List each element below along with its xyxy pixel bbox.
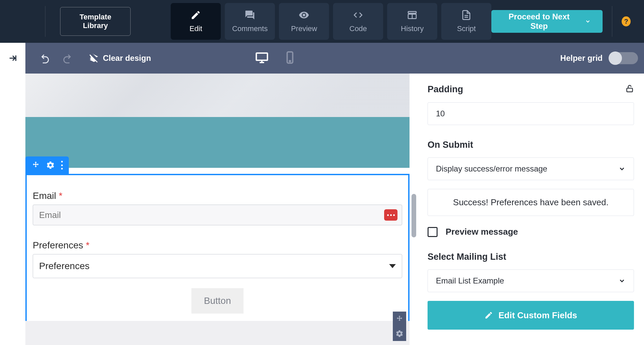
eye-icon — [299, 10, 309, 20]
tab-label: Edit — [189, 24, 202, 33]
tab-label: Code — [349, 24, 367, 33]
helper-grid-toggle: Helper grid — [560, 52, 644, 64]
on-submit-label: On Submit — [428, 140, 634, 150]
clear-design-button[interactable]: Clear design — [89, 53, 151, 63]
padding-label: Padding — [428, 84, 463, 95]
preview-message-label: Preview message — [446, 227, 518, 237]
padding-lock-button[interactable] — [625, 84, 634, 95]
layers-off-icon — [89, 53, 99, 63]
tab-label: History — [401, 24, 424, 33]
edit-custom-fields-label: Edit Custom Fields — [498, 310, 577, 321]
email-label-text: Email — [33, 191, 56, 201]
properties-sidebar: Padding On Submit Display success/error … — [418, 74, 644, 345]
helper-grid-switch[interactable] — [609, 52, 638, 64]
on-submit-select[interactable]: Display success/error message — [428, 157, 634, 180]
section-handles — [393, 312, 406, 341]
padding-input[interactable] — [428, 102, 634, 125]
clear-design-label: Clear design — [103, 53, 151, 63]
history-icon — [407, 10, 418, 20]
section-settings-handle[interactable] — [393, 326, 406, 341]
redo-icon — [61, 52, 73, 64]
email-field-label: Email* — [33, 191, 402, 201]
top-header: Template Library Edit Comments Preview C… — [0, 0, 644, 43]
move-handle[interactable] — [31, 161, 40, 169]
preferences-label-text: Preferences — [33, 240, 83, 250]
element-settings-button[interactable] — [46, 161, 55, 169]
header-divider-right — [612, 6, 612, 37]
pencil-icon — [190, 10, 201, 20]
on-submit-value: Display success/error message — [436, 164, 547, 174]
device-mobile-button[interactable] — [283, 51, 297, 66]
form-submit-button[interactable]: Button — [191, 288, 244, 314]
svg-rect-0 — [408, 11, 416, 13]
code-icon — [353, 10, 363, 20]
arrow-collapse-icon — [8, 53, 17, 63]
editor-toolbar: Clear design Helper grid — [0, 43, 644, 74]
help-button[interactable]: ? — [622, 16, 631, 26]
mailing-list-value: Email List Example — [436, 276, 504, 285]
undo-button[interactable] — [39, 52, 51, 64]
edit-custom-fields-button[interactable]: Edit Custom Fields — [428, 301, 634, 330]
pencil-icon — [484, 311, 493, 320]
lock-open-icon — [625, 84, 634, 94]
mailing-list-select[interactable]: Email List Example — [428, 269, 634, 292]
tab-comments[interactable]: Comments — [225, 3, 275, 40]
toolbar-history-icons — [25, 52, 73, 64]
success-message-input[interactable]: Success! Preferences have been saved. — [428, 189, 634, 216]
canvas-scrollbar[interactable] — [412, 194, 416, 237]
form-block-selected[interactable]: Email* Preferences* Preferences Button — [25, 174, 410, 326]
password-manager-badge[interactable] — [384, 209, 397, 221]
chevron-down-icon — [618, 165, 626, 172]
tab-script[interactable]: Script — [441, 3, 491, 40]
undo-icon — [39, 52, 51, 64]
top-tabs: Edit Comments Preview Code History Scrip… — [171, 3, 491, 40]
bottom-section[interactable] — [25, 321, 410, 345]
redo-button[interactable] — [61, 52, 73, 64]
chevron-down-icon — [585, 18, 591, 25]
move-icon — [395, 315, 404, 323]
desktop-icon — [255, 51, 269, 64]
proceed-label: Proceed to Next Step — [503, 12, 575, 31]
preferences-value: Preferences — [39, 261, 90, 271]
mailing-list-section: Select Mailing List Email List Example E… — [428, 252, 634, 330]
tab-code[interactable]: Code — [333, 3, 383, 40]
canvas: Email* Preferences* Preferences Button — [0, 74, 418, 345]
email-input[interactable] — [33, 205, 402, 225]
preview-message-row: Preview message — [428, 227, 634, 237]
tab-edit[interactable]: Edit — [171, 3, 221, 40]
main-area: Email* Preferences* Preferences Button — [0, 74, 644, 345]
svg-point-4 — [289, 61, 290, 62]
chevron-down-icon — [618, 277, 626, 284]
mobile-icon — [283, 51, 297, 64]
gear-icon — [46, 161, 55, 169]
gear-icon — [395, 330, 404, 338]
preferences-select[interactable]: Preferences — [33, 254, 402, 278]
header-divider — [45, 6, 45, 37]
tab-label: Script — [457, 24, 476, 33]
device-desktop-button[interactable] — [255, 51, 269, 66]
script-icon — [461, 10, 472, 20]
required-asterisk: * — [59, 191, 62, 201]
svg-rect-5 — [627, 88, 632, 92]
section-move-handle[interactable] — [393, 312, 406, 326]
tab-label: Comments — [232, 24, 268, 33]
preferences-field-label: Preferences* — [33, 240, 402, 251]
tab-history[interactable]: History — [387, 3, 437, 40]
element-more-button[interactable] — [61, 161, 63, 169]
required-asterisk: * — [86, 240, 90, 250]
helper-grid-label: Helper grid — [560, 53, 603, 63]
switch-knob — [609, 51, 622, 65]
mailing-list-label: Select Mailing List — [428, 252, 634, 262]
preview-message-checkbox[interactable] — [428, 227, 438, 237]
tab-preview[interactable]: Preview — [279, 3, 329, 40]
collapse-panel-button[interactable] — [0, 43, 25, 74]
hero-image-block[interactable] — [25, 74, 410, 117]
comments-icon — [245, 10, 255, 20]
email-input-wrap — [33, 205, 402, 225]
element-toolbar — [25, 156, 69, 174]
padding-section: Padding — [428, 84, 634, 125]
proceed-button[interactable]: Proceed to Next Step — [491, 10, 603, 33]
teal-section[interactable] — [25, 117, 410, 168]
template-library-button[interactable]: Template Library — [60, 7, 131, 36]
vertical-dots-icon — [61, 161, 63, 169]
